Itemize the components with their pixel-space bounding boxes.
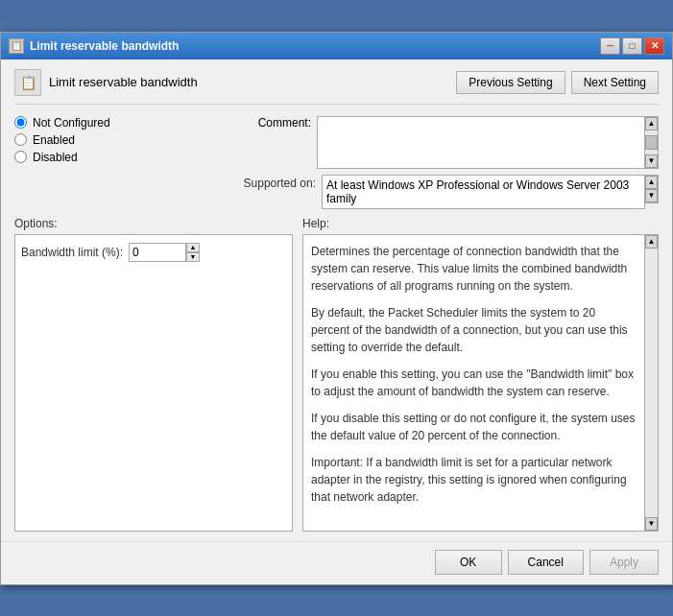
- help-panel: Help: Determines the percentage of conne…: [302, 217, 659, 532]
- bandwidth-input[interactable]: [129, 243, 186, 262]
- previous-setting-button[interactable]: Previous Setting: [456, 71, 565, 94]
- cancel-button[interactable]: Cancel: [508, 550, 584, 575]
- radio-enabled-input[interactable]: [14, 133, 27, 146]
- help-para-2: By default, the Packet Scheduler limits …: [311, 304, 637, 356]
- help-para-1: Determines the percentage of connection …: [311, 243, 637, 295]
- help-box-wrapper: Determines the percentage of connection …: [302, 234, 659, 532]
- help-box: Determines the percentage of connection …: [302, 234, 645, 532]
- bandwidth-input-wrapper: ▲ ▼: [129, 243, 200, 262]
- close-button[interactable]: ✕: [644, 37, 664, 55]
- dialog-title: Limit reservable bandwidth: [49, 75, 198, 89]
- supported-scrollbar-up[interactable]: ▲: [645, 176, 658, 189]
- header-buttons: Previous Setting Next Setting: [456, 71, 659, 94]
- radio-group: Not Configured Enabled Disabled: [14, 116, 226, 164]
- supported-label: Supported on:: [235, 175, 322, 190]
- header-row: 📋 Limit reservable bandwidth Previous Se…: [14, 69, 659, 105]
- title-bar: 📋 Limit reservable bandwidth ─ □ ✕: [1, 33, 672, 59]
- spinner-down[interactable]: ▼: [186, 252, 200, 262]
- radio-enabled-label: Enabled: [33, 133, 75, 147]
- supported-value: At least Windows XP Professional or Wind…: [322, 175, 645, 209]
- help-scrollbar-down[interactable]: ▼: [645, 517, 658, 531]
- help-scrollbar[interactable]: ▲ ▼: [645, 234, 659, 532]
- footer: OK Cancel Apply: [1, 541, 672, 584]
- radio-disabled-input[interactable]: [14, 151, 27, 163]
- comment-scrollbar[interactable]: ▲ ▼: [645, 116, 659, 169]
- bandwidth-label: Bandwidth limit (%):: [21, 246, 123, 259]
- scrollbar-up-arrow[interactable]: ▲: [645, 117, 658, 130]
- scrollbar-down-arrow[interactable]: ▼: [645, 154, 658, 168]
- bandwidth-spinner: ▲ ▼: [186, 243, 200, 262]
- header-left: 📋 Limit reservable bandwidth: [14, 69, 198, 96]
- upper-section: Not Configured Enabled Disabled Comm: [14, 116, 659, 209]
- ok-button[interactable]: OK: [435, 550, 502, 575]
- help-text: Determines the percentage of connection …: [309, 241, 638, 517]
- header-icon: 📋: [14, 69, 41, 96]
- bottom-panels: Options: Bandwidth limit (%): ▲ ▼: [14, 217, 659, 532]
- radio-section: Not Configured Enabled Disabled: [14, 116, 226, 209]
- radio-enabled[interactable]: Enabled: [14, 133, 226, 147]
- help-scrollbar-track: [645, 249, 658, 517]
- spinner-up[interactable]: ▲: [186, 243, 200, 252]
- options-label: Options:: [14, 217, 293, 230]
- radio-not-configured-label: Not Configured: [33, 116, 110, 130]
- minimize-button[interactable]: ─: [600, 37, 620, 55]
- supported-scrollbar[interactable]: ▲ ▼: [645, 175, 659, 203]
- radio-disabled[interactable]: Disabled: [14, 151, 226, 164]
- help-scrollbar-up[interactable]: ▲: [645, 235, 658, 249]
- help-label: Help:: [302, 217, 659, 230]
- title-bar-controls: ─ □ ✕: [600, 37, 664, 55]
- window-icon: 📋: [9, 38, 24, 54]
- maximize-button[interactable]: □: [622, 37, 642, 55]
- help-para-3: If you enable this setting, you can use …: [311, 366, 637, 400]
- comment-field-wrapper: ▲ ▼: [317, 116, 659, 169]
- apply-button[interactable]: Apply: [589, 550, 659, 575]
- supported-scrollbar-down[interactable]: ▼: [645, 189, 658, 202]
- content-area: 📋 Limit reservable bandwidth Previous Se…: [1, 59, 672, 541]
- options-box: Bandwidth limit (%): ▲ ▼: [14, 234, 293, 532]
- comment-label: Comment:: [235, 116, 317, 130]
- supported-row: Supported on: At least Windows XP Profes…: [235, 175, 659, 209]
- options-panel: Options: Bandwidth limit (%): ▲ ▼: [14, 217, 293, 532]
- help-para-4: If you disable this setting or do not co…: [311, 410, 637, 444]
- bandwidth-row: Bandwidth limit (%): ▲ ▼: [19, 239, 288, 266]
- next-setting-button[interactable]: Next Setting: [571, 71, 659, 94]
- scrollbar-thumb[interactable]: [645, 135, 658, 150]
- title-bar-left: 📋 Limit reservable bandwidth: [9, 38, 179, 54]
- right-info: Comment: ▲ ▼ Supported on: At least: [235, 116, 659, 209]
- radio-disabled-label: Disabled: [33, 151, 78, 164]
- comment-row: Comment: ▲ ▼: [235, 116, 659, 169]
- comment-textarea[interactable]: [317, 116, 645, 169]
- help-para-5: Important: If a bandwidth limit is set f…: [311, 454, 637, 506]
- supported-field-wrapper: At least Windows XP Professional or Wind…: [322, 175, 659, 209]
- radio-not-configured[interactable]: Not Configured: [14, 116, 226, 130]
- main-window: 📋 Limit reservable bandwidth ─ □ ✕ 📋 Lim…: [0, 32, 673, 585]
- window-title: Limit reservable bandwidth: [30, 39, 179, 53]
- radio-not-configured-input[interactable]: [14, 116, 27, 129]
